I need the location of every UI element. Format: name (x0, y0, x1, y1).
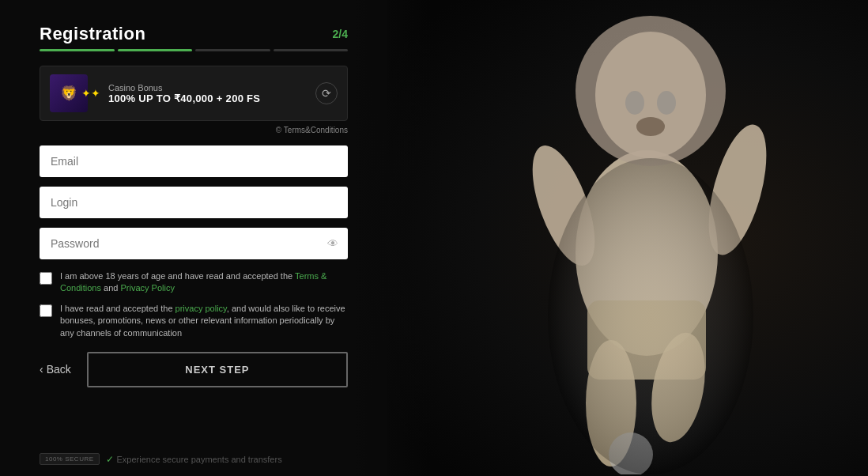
bonus-label: Casino Bonus (108, 83, 260, 93)
back-button[interactable]: ‹ Back (40, 363, 71, 376)
form-panel: Registration 2/4 ✦✦ Casino Bonus 100% UP… (0, 0, 387, 476)
progress-bar (40, 49, 348, 51)
password-input[interactable] (40, 228, 348, 259)
hero-background (354, 0, 868, 476)
bonus-banner: ✦✦ Casino Bonus 100% UP TO ₹40,000 + 200… (40, 66, 348, 121)
progress-segment-2 (118, 49, 193, 51)
password-wrapper: 👁 (40, 228, 348, 259)
form-actions: ‹ Back NEXT STEP (40, 352, 348, 387)
svg-point-12 (548, 158, 753, 474)
progress-segment-4 (274, 49, 349, 51)
login-input[interactable] (40, 187, 348, 218)
svg-point-2 (576, 16, 726, 166)
secure-footer: 100% SECURE ✓ Experience secure payments… (40, 453, 282, 465)
lion-statue-image (441, 0, 836, 474)
terms-checkbox-label: I am above 18 years of age and have read… (60, 270, 348, 295)
bonus-text-area: Casino Bonus 100% UP TO ₹40,000 + 200 FS (108, 83, 260, 104)
secure-text: ✓ Experience secure payments and transfe… (106, 454, 282, 465)
promotions-checkbox[interactable] (40, 304, 52, 317)
terms-note: © Terms&Conditions (40, 126, 348, 134)
privacy-policy-link-2[interactable]: privacy policy (175, 304, 227, 313)
bonus-left: ✦✦ Casino Bonus 100% UP TO ₹40,000 + 200… (50, 74, 260, 112)
terms-checkbox-group: I am above 18 years of age and have read… (40, 270, 348, 295)
terms-checkbox[interactable] (40, 272, 52, 285)
back-label: Back (47, 363, 71, 376)
svg-point-10 (657, 91, 676, 115)
registration-title: Registration (40, 24, 145, 44)
secure-message: Experience secure payments and transfers (117, 455, 282, 464)
promotions-checkbox-group: I have read and accepted the privacy pol… (40, 303, 348, 339)
terms-conditions-link[interactable]: Terms & Conditions (60, 271, 326, 293)
secure-check-icon: ✓ (106, 454, 114, 465)
back-chevron-icon: ‹ (40, 363, 43, 376)
progress-segment-3 (195, 49, 270, 51)
terms-link: Terms&Conditions (284, 126, 348, 134)
next-step-button[interactable]: NEXT STEP (87, 352, 348, 387)
step-indicator: 2/4 (333, 28, 348, 40)
secure-badge: 100% SECURE (40, 453, 100, 465)
privacy-policy-link-1[interactable]: Privacy Policy (120, 283, 174, 293)
promotions-checkbox-label: I have read and accepted the privacy pol… (60, 303, 348, 339)
eye-icon[interactable]: 👁 (327, 237, 338, 250)
bonus-amount: 100% UP TO ₹40,000 + 200 FS (108, 93, 260, 104)
bonus-sparks: ✦✦ (81, 87, 100, 100)
registration-header: Registration 2/4 (40, 24, 348, 44)
bonus-change-button[interactable]: ⟳ (315, 82, 338, 104)
svg-point-9 (625, 91, 644, 115)
progress-segment-1 (40, 49, 115, 51)
email-input[interactable] (40, 145, 348, 177)
svg-point-11 (636, 117, 665, 136)
